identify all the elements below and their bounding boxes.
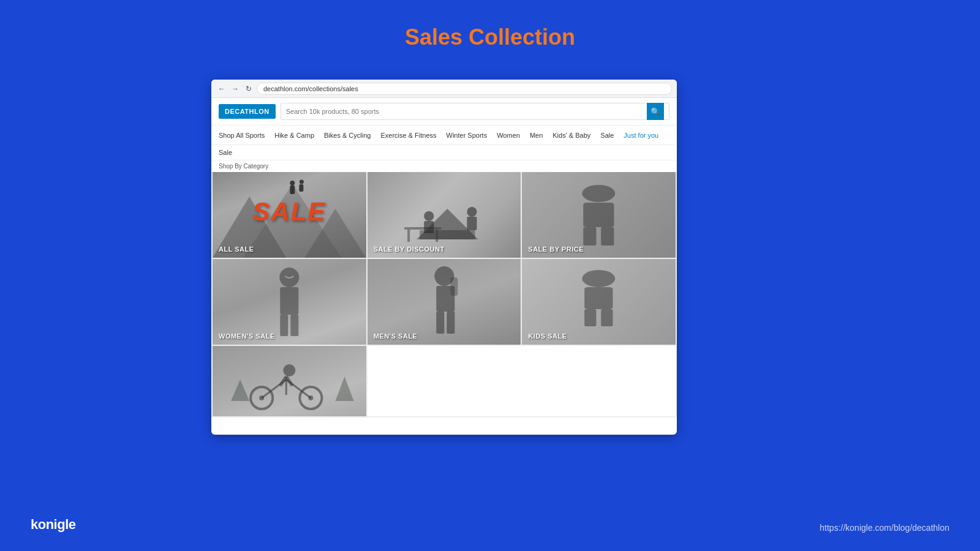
- sale-text: SALE: [252, 197, 326, 227]
- woman-svg: [213, 259, 366, 345]
- womens-sale-bg: [213, 259, 366, 345]
- all-sale-label: ALL SALE: [219, 246, 254, 253]
- nav-kids-baby[interactable]: Kids' & Baby: [552, 132, 590, 139]
- svg-rect-26: [450, 277, 458, 296]
- sale-discount-label: SALE BY DISCOUNT: [374, 246, 445, 253]
- product-grid: SALE ALL SALE: [211, 172, 677, 418]
- nav-shop-all-sports[interactable]: Shop All Sports: [219, 132, 265, 139]
- site-nav: Shop All Sports Hike & Camp Bikes & Cycl…: [211, 126, 677, 145]
- womens-sale-tile[interactable]: WOMEN'S SALE: [213, 259, 366, 345]
- nav-exercise-fitness[interactable]: Exercise & Fitness: [380, 132, 436, 139]
- svg-rect-4: [290, 186, 295, 194]
- svg-rect-22: [280, 315, 288, 336]
- address-bar[interactable]: decathlon.com/collections/sales: [257, 83, 672, 95]
- svg-rect-19: [601, 227, 614, 246]
- all-sale-tile[interactable]: SALE ALL SALE: [213, 172, 366, 258]
- nav-winter-sports[interactable]: Winter Sports: [447, 132, 488, 139]
- camping-svg: [368, 172, 521, 258]
- svg-point-40: [283, 364, 295, 377]
- nav-women[interactable]: Women: [497, 132, 520, 139]
- svg-point-29: [582, 270, 616, 287]
- svg-point-12: [424, 211, 434, 221]
- kids-sale-tile[interactable]: KIDS SALE: [522, 259, 676, 345]
- cycling-bg: [213, 346, 366, 416]
- cycling-svg: [213, 346, 366, 416]
- svg-marker-44: [336, 377, 354, 401]
- mens-sale-bg: [368, 259, 521, 345]
- svg-rect-32: [601, 309, 613, 326]
- forward-button[interactable]: →: [230, 83, 241, 94]
- sale-discount-bg: [368, 172, 521, 258]
- brand-logo: konigle: [31, 517, 76, 533]
- footer-url: https://konigle.com/blog/decathlon: [820, 523, 949, 533]
- page-title: Sales Collection: [0, 0, 980, 50]
- kid-svg: [522, 259, 676, 345]
- svg-rect-13: [424, 221, 434, 233]
- svg-marker-43: [231, 380, 249, 401]
- mens-sale-tile[interactable]: MEN'S SALE: [368, 259, 521, 345]
- sale-by-price-tile[interactable]: SALE BY PRICE: [522, 172, 676, 258]
- all-sale-bg: SALE: [213, 172, 366, 258]
- svg-rect-18: [584, 227, 597, 246]
- sale-price-label: SALE BY PRICE: [528, 246, 584, 253]
- search-button[interactable]: 🔍: [647, 103, 664, 120]
- svg-rect-10: [407, 230, 410, 242]
- svg-rect-11: [435, 230, 438, 242]
- browser-chrome: ← → ↻ decathlon.com/collections/sales: [211, 80, 677, 98]
- svg-rect-30: [585, 287, 613, 309]
- sale-by-discount-tile[interactable]: SALE BY DISCOUNT: [368, 172, 521, 258]
- svg-rect-9: [404, 227, 441, 230]
- shop-by-category: Shop By Category: [211, 160, 677, 172]
- nav-men[interactable]: Men: [530, 132, 543, 139]
- svg-point-14: [467, 207, 477, 217]
- cycling-tile[interactable]: [213, 346, 366, 416]
- breadcrumb: Sale: [211, 145, 677, 160]
- man-svg: [368, 259, 521, 345]
- svg-rect-6: [299, 184, 303, 192]
- svg-point-5: [300, 180, 304, 184]
- kids-sale-label: KIDS SALE: [528, 332, 567, 340]
- site-header: DECATHLON 🔍: [211, 98, 677, 126]
- svg-rect-23: [290, 315, 298, 336]
- nav-bikes-cycling[interactable]: Bikes & Cycling: [324, 132, 371, 139]
- svg-rect-27: [436, 312, 444, 334]
- nav-sale[interactable]: Sale: [600, 132, 614, 139]
- search-bar[interactable]: 🔍: [281, 103, 669, 120]
- nav-hike-camp[interactable]: Hike & Camp: [274, 132, 314, 139]
- back-button[interactable]: ←: [216, 83, 227, 94]
- nav-just-for-you[interactable]: Just for you: [624, 132, 658, 139]
- svg-rect-28: [447, 312, 454, 334]
- svg-rect-15: [467, 217, 477, 230]
- person-svg: [522, 172, 676, 258]
- svg-rect-21: [280, 287, 298, 315]
- refresh-button[interactable]: ↻: [243, 83, 254, 94]
- womens-sale-label: WOMEN'S SALE: [219, 332, 275, 340]
- sale-price-bg: [522, 172, 676, 258]
- svg-point-3: [290, 181, 295, 186]
- site-content: DECATHLON 🔍 Shop All Sports Hike & Camp …: [211, 98, 677, 435]
- search-input[interactable]: [286, 108, 643, 115]
- url-text: decathlon.com/collections/sales: [263, 85, 358, 92]
- svg-rect-17: [584, 203, 614, 227]
- svg-point-16: [582, 185, 616, 202]
- kids-sale-bg: [522, 259, 676, 345]
- svg-rect-31: [585, 309, 597, 326]
- mens-sale-label: MEN'S SALE: [374, 332, 418, 340]
- browser-window: ← → ↻ decathlon.com/collections/sales DE…: [211, 80, 677, 435]
- decathlon-logo[interactable]: DECATHLON: [219, 104, 276, 119]
- empty-tile: [368, 346, 676, 416]
